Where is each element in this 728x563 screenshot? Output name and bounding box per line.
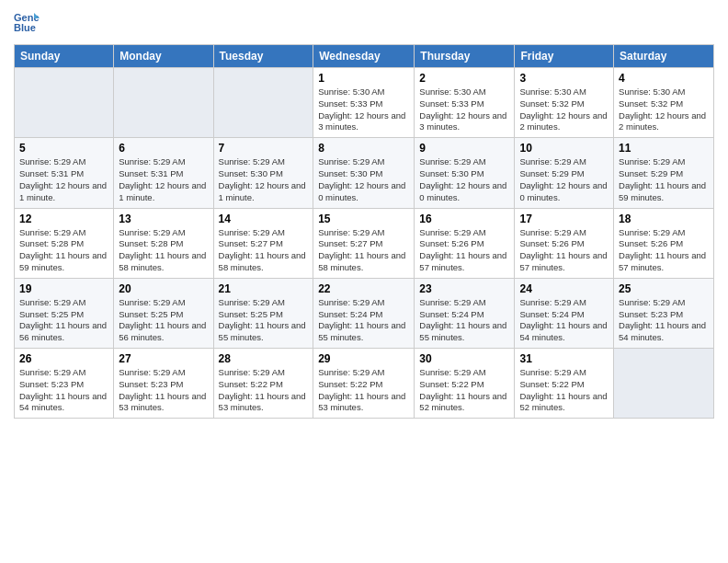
calendar-cell: 31Sunrise: 5:29 AM Sunset: 5:22 PM Dayli… <box>515 349 614 419</box>
day-info: Sunrise: 5:29 AM Sunset: 5:22 PM Dayligh… <box>519 367 609 414</box>
day-number: 8 <box>318 142 409 155</box>
calendar-cell: 6Sunrise: 5:29 AM Sunset: 5:31 PM Daylig… <box>114 138 213 208</box>
day-number: 12 <box>19 213 108 225</box>
calendar-cell: 23Sunrise: 5:29 AM Sunset: 5:24 PM Dayli… <box>415 278 515 348</box>
day-number: 1 <box>318 72 409 85</box>
day-number: 4 <box>619 72 709 85</box>
day-header-monday: Monday <box>114 45 213 68</box>
day-number: 17 <box>519 213 609 225</box>
calendar-cell: 24Sunrise: 5:29 AM Sunset: 5:24 PM Dayli… <box>515 278 614 348</box>
day-info: Sunrise: 5:30 AM Sunset: 5:32 PM Dayligh… <box>619 86 709 133</box>
logo: General Blue <box>14 9 42 35</box>
calendar-cell: 1Sunrise: 5:30 AM Sunset: 5:33 PM Daylig… <box>313 68 415 138</box>
day-info: Sunrise: 5:29 AM Sunset: 5:26 PM Dayligh… <box>519 227 609 274</box>
day-number: 14 <box>219 213 309 225</box>
day-number: 30 <box>419 352 509 365</box>
day-number: 20 <box>119 282 208 295</box>
day-info: Sunrise: 5:30 AM Sunset: 5:33 PM Dayligh… <box>318 86 409 133</box>
calendar-cell: 27Sunrise: 5:29 AM Sunset: 5:23 PM Dayli… <box>114 349 213 419</box>
day-number: 24 <box>519 282 609 295</box>
calendar-cell: 26Sunrise: 5:29 AM Sunset: 5:23 PM Dayli… <box>15 349 114 419</box>
day-info: Sunrise: 5:29 AM Sunset: 5:29 PM Dayligh… <box>519 156 609 203</box>
day-info: Sunrise: 5:29 AM Sunset: 5:26 PM Dayligh… <box>419 227 509 274</box>
day-info: Sunrise: 5:29 AM Sunset: 5:27 PM Dayligh… <box>318 227 409 274</box>
day-number: 23 <box>419 282 509 295</box>
day-number: 21 <box>219 282 309 295</box>
day-header-saturday: Saturday <box>614 45 714 68</box>
day-number: 15 <box>318 213 409 225</box>
day-number: 7 <box>219 142 309 155</box>
svg-text:Blue: Blue <box>14 22 36 33</box>
calendar-cell: 15Sunrise: 5:29 AM Sunset: 5:27 PM Dayli… <box>313 208 415 278</box>
day-info: Sunrise: 5:30 AM Sunset: 5:33 PM Dayligh… <box>419 86 509 133</box>
day-info: Sunrise: 5:29 AM Sunset: 5:27 PM Dayligh… <box>219 227 309 274</box>
day-info: Sunrise: 5:29 AM Sunset: 5:24 PM Dayligh… <box>318 297 409 344</box>
day-number: 25 <box>619 282 709 295</box>
calendar-cell <box>15 68 114 138</box>
day-number: 13 <box>119 213 208 225</box>
calendar-cell: 25Sunrise: 5:29 AM Sunset: 5:23 PM Dayli… <box>614 278 714 348</box>
calendar-cell: 4Sunrise: 5:30 AM Sunset: 5:32 PM Daylig… <box>614 68 714 138</box>
day-number: 11 <box>619 142 709 155</box>
day-info: Sunrise: 5:29 AM Sunset: 5:26 PM Dayligh… <box>619 227 709 274</box>
day-info: Sunrise: 5:29 AM Sunset: 5:24 PM Dayligh… <box>419 297 509 344</box>
day-header-friday: Friday <box>515 45 614 68</box>
day-number: 22 <box>318 282 409 295</box>
calendar-cell: 22Sunrise: 5:29 AM Sunset: 5:24 PM Dayli… <box>313 278 415 348</box>
calendar-cell: 7Sunrise: 5:29 AM Sunset: 5:30 PM Daylig… <box>213 138 313 208</box>
day-info: Sunrise: 5:29 AM Sunset: 5:29 PM Dayligh… <box>619 156 709 203</box>
calendar-cell: 11Sunrise: 5:29 AM Sunset: 5:29 PM Dayli… <box>614 138 714 208</box>
calendar-cell: 18Sunrise: 5:29 AM Sunset: 5:26 PM Dayli… <box>614 208 714 278</box>
calendar-cell: 29Sunrise: 5:29 AM Sunset: 5:22 PM Dayli… <box>313 349 415 419</box>
day-info: Sunrise: 5:29 AM Sunset: 5:22 PM Dayligh… <box>419 367 509 414</box>
calendar-cell: 8Sunrise: 5:29 AM Sunset: 5:30 PM Daylig… <box>313 138 415 208</box>
day-number: 27 <box>119 352 208 365</box>
calendar-cell: 9Sunrise: 5:29 AM Sunset: 5:30 PM Daylig… <box>415 138 515 208</box>
calendar-cell: 28Sunrise: 5:29 AM Sunset: 5:22 PM Dayli… <box>213 349 313 419</box>
calendar-cell: 30Sunrise: 5:29 AM Sunset: 5:22 PM Dayli… <box>415 349 515 419</box>
day-info: Sunrise: 5:29 AM Sunset: 5:25 PM Dayligh… <box>19 297 108 344</box>
day-info: Sunrise: 5:29 AM Sunset: 5:22 PM Dayligh… <box>219 367 309 414</box>
calendar-cell: 3Sunrise: 5:30 AM Sunset: 5:32 PM Daylig… <box>515 68 614 138</box>
calendar-cell: 12Sunrise: 5:29 AM Sunset: 5:28 PM Dayli… <box>15 208 114 278</box>
calendar-cell: 10Sunrise: 5:29 AM Sunset: 5:29 PM Dayli… <box>515 138 614 208</box>
day-info: Sunrise: 5:29 AM Sunset: 5:22 PM Dayligh… <box>318 367 409 414</box>
calendar-cell <box>114 68 213 138</box>
day-info: Sunrise: 5:29 AM Sunset: 5:24 PM Dayligh… <box>519 297 609 344</box>
day-info: Sunrise: 5:29 AM Sunset: 5:30 PM Dayligh… <box>419 156 509 203</box>
day-info: Sunrise: 5:29 AM Sunset: 5:25 PM Dayligh… <box>119 297 208 344</box>
day-number: 16 <box>419 213 509 225</box>
calendar-table: SundayMondayTuesdayWednesdayThursdayFrid… <box>14 44 714 419</box>
day-info: Sunrise: 5:29 AM Sunset: 5:30 PM Dayligh… <box>318 156 409 203</box>
calendar-cell: 14Sunrise: 5:29 AM Sunset: 5:27 PM Dayli… <box>213 208 313 278</box>
day-header-wednesday: Wednesday <box>313 45 415 68</box>
calendar-cell: 16Sunrise: 5:29 AM Sunset: 5:26 PM Dayli… <box>415 208 515 278</box>
day-number: 28 <box>219 352 309 365</box>
calendar-cell: 21Sunrise: 5:29 AM Sunset: 5:25 PM Dayli… <box>213 278 313 348</box>
calendar-cell: 20Sunrise: 5:29 AM Sunset: 5:25 PM Dayli… <box>114 278 213 348</box>
calendar-cell <box>213 68 313 138</box>
day-header-sunday: Sunday <box>15 45 114 68</box>
day-info: Sunrise: 5:29 AM Sunset: 5:28 PM Dayligh… <box>19 227 108 274</box>
day-header-tuesday: Tuesday <box>213 45 313 68</box>
day-number: 29 <box>318 352 409 365</box>
day-number: 31 <box>519 352 609 365</box>
day-number: 26 <box>19 352 108 365</box>
day-info: Sunrise: 5:29 AM Sunset: 5:31 PM Dayligh… <box>19 156 108 203</box>
calendar-cell: 2Sunrise: 5:30 AM Sunset: 5:33 PM Daylig… <box>415 68 515 138</box>
day-info: Sunrise: 5:29 AM Sunset: 5:23 PM Dayligh… <box>19 367 108 414</box>
day-info: Sunrise: 5:29 AM Sunset: 5:23 PM Dayligh… <box>119 367 208 414</box>
day-info: Sunrise: 5:29 AM Sunset: 5:28 PM Dayligh… <box>119 227 208 274</box>
day-info: Sunrise: 5:29 AM Sunset: 5:25 PM Dayligh… <box>219 297 309 344</box>
day-info: Sunrise: 5:30 AM Sunset: 5:32 PM Dayligh… <box>519 86 609 133</box>
day-number: 19 <box>19 282 108 295</box>
day-info: Sunrise: 5:29 AM Sunset: 5:31 PM Dayligh… <box>119 156 208 203</box>
calendar-cell: 19Sunrise: 5:29 AM Sunset: 5:25 PM Dayli… <box>15 278 114 348</box>
day-number: 9 <box>419 142 509 155</box>
calendar-cell: 5Sunrise: 5:29 AM Sunset: 5:31 PM Daylig… <box>15 138 114 208</box>
day-number: 10 <box>519 142 609 155</box>
day-info: Sunrise: 5:29 AM Sunset: 5:30 PM Dayligh… <box>219 156 309 203</box>
day-info: Sunrise: 5:29 AM Sunset: 5:23 PM Dayligh… <box>619 297 709 344</box>
day-number: 6 <box>119 142 208 155</box>
day-number: 18 <box>619 213 709 225</box>
